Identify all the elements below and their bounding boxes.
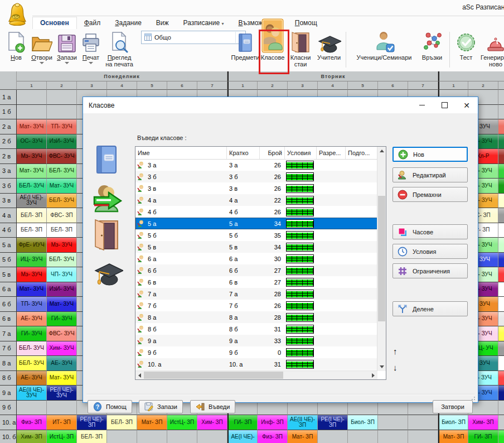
timetable-cell[interactable]: [408, 430, 438, 443]
timetable-cell[interactable]: АЕ(II ЧЕ)- ЗП: [288, 415, 318, 430]
menu-tab-4[interactable]: Виж: [149, 17, 176, 29]
timetable-row-label[interactable]: 6 б: [0, 297, 17, 312]
timetable-cell[interactable]: Хим- ЗП: [197, 415, 227, 430]
rail-teachers-cap-icon[interactable]: [92, 259, 121, 290]
timetable-cell[interactable]: Мз- ЗУЧ: [47, 238, 77, 253]
save-file-button[interactable]: Запази: [55, 31, 79, 64]
timetable-cell[interactable]: Биол- ЗП: [348, 415, 378, 430]
close-button[interactable]: ✕: [455, 97, 478, 113]
lessons-button[interactable]: Часове: [392, 224, 468, 239]
class-row-3-в[interactable]: 3 в3 в26: [135, 182, 377, 194]
column-header-5[interactable]: Разре...: [317, 147, 346, 159]
timetable-cell[interactable]: Физ- ЗП: [17, 415, 47, 430]
timetable-cell[interactable]: ИЦ- ЗУЧ: [17, 253, 47, 268]
edit-class-button[interactable]: Редактирай: [392, 167, 468, 182]
timetable-cell[interactable]: ИстЦ- ЗП: [167, 415, 197, 430]
class-row-4-б[interactable]: 4 б4 б26: [135, 206, 377, 218]
timetable-cell[interactable]: ГИ- ЗУЧ: [47, 312, 77, 327]
view-combobox[interactable]: Общо: [141, 31, 246, 44]
timetable-cell[interactable]: РЕ(I ЧЕ)- ЗП: [318, 415, 348, 430]
timetable-cell[interactable]: [107, 430, 137, 443]
class-row-6-б[interactable]: 6 б6 б27: [135, 264, 377, 276]
timetable-row-label[interactable]: 3 а: [0, 164, 17, 179]
menu-tab-7[interactable]: Помощ: [288, 17, 324, 29]
timetable-cell[interactable]: [348, 430, 378, 443]
print-preview-button[interactable]: Преглед на печата: [104, 31, 135, 68]
subjects-button[interactable]: Предмети: [231, 31, 260, 61]
timetable-cell[interactable]: Хим- ЗУЧ: [47, 341, 77, 357]
timetable-cell[interactable]: АЕ- ЗУЧ: [17, 371, 47, 386]
maximize-button[interactable]: [433, 97, 455, 113]
timetable-cell[interactable]: Б: [498, 238, 504, 253]
timetable-cell[interactable]: Р: [498, 267, 504, 282]
menu-tab-1[interactable]: Основен: [32, 17, 77, 29]
timetable-cell[interactable]: А З: [498, 341, 504, 357]
timetable-cell[interactable]: Мат- ЗП: [137, 415, 167, 430]
timetable-row-label[interactable]: 5 а: [0, 238, 17, 253]
rail-classrooms-door-icon[interactable]: [92, 219, 121, 253]
timetable-row-label[interactable]: 1 а: [0, 90, 17, 105]
class-row-5-а[interactable]: 5 а5 а34: [135, 218, 377, 229]
timetable-row-label[interactable]: 6 а: [0, 282, 17, 297]
column-header-3[interactable]: Брой: [260, 147, 285, 159]
timetable-row-label[interactable]: 5 в: [0, 267, 17, 282]
timetable-cell[interactable]: АЕ- ЗУЧ: [17, 312, 47, 327]
minimize-button[interactable]: [411, 97, 433, 113]
timetable-cell[interactable]: Б: [498, 134, 504, 150]
timetable-row-label[interactable]: 1 б: [0, 105, 17, 120]
move-down-arrow[interactable]: ↓: [393, 363, 398, 372]
timetable-row-label[interactable]: 5 б: [0, 253, 17, 268]
test-button[interactable]: Тест: [454, 31, 478, 61]
timetable-cell[interactable]: БЕЛ- ЗП: [107, 415, 137, 430]
generate-new-button[interactable]: Генерирай ново: [478, 31, 504, 68]
class-row-5-в[interactable]: 5 в5 в34: [135, 241, 377, 253]
timetable-cell[interactable]: Д: [498, 179, 504, 194]
timetable-cell[interactable]: Б: [498, 149, 504, 164]
timetable-row-label[interactable]: 8 а: [0, 356, 17, 371]
timetable-cell[interactable]: [498, 105, 504, 120]
timetable-cell[interactable]: ФрЕ- ИУЧ: [17, 238, 47, 253]
timetable-row-label[interactable]: 8 б: [0, 371, 17, 386]
timetable-cell[interactable]: М: [498, 253, 504, 268]
timetable-cell[interactable]: БЕЛ- ЗУЧ: [47, 194, 77, 209]
timetable-cell[interactable]: Биол- ЗП: [438, 415, 468, 430]
timetable-cell[interactable]: Мат- ЗП: [288, 430, 318, 443]
open-file-button[interactable]: Отвори: [29, 31, 55, 64]
timetable-cell[interactable]: ФВС- ЗУЧ: [47, 326, 77, 341]
class-row-7-а[interactable]: 7 а7 а28: [135, 288, 377, 300]
timetable-cell[interactable]: АЕ(I ЧЕ)- ЗУЧ: [17, 194, 47, 209]
timetable-cell[interactable]: Б: [498, 119, 504, 134]
timetable-cell[interactable]: ИзИ- ЗУЧ: [47, 282, 77, 297]
classrooms-button[interactable]: Класни стаи: [286, 31, 315, 68]
class-row-6-в[interactable]: 6 в6 в27: [135, 276, 377, 288]
save-dropdown-arrow-icon[interactable]: [65, 62, 69, 64]
timetable-cell[interactable]: РЕ(I ЧЕ)- ЗП: [77, 415, 107, 430]
timetable-cell[interactable]: [498, 90, 504, 105]
timetable-cell[interactable]: М: [498, 371, 504, 386]
timetable-cell[interactable]: ТП- ЗУЧ: [17, 297, 47, 312]
timetable-cell[interactable]: Инф- ЗП: [258, 415, 288, 430]
class-row-9-а[interactable]: 9 а9 а33: [135, 335, 377, 346]
relations-button[interactable]: Връзки: [418, 31, 446, 61]
timetable-cell[interactable]: ИстЦ- ЗП: [47, 430, 77, 443]
column-header-6[interactable]: Подго...: [346, 147, 377, 159]
timetable-cell[interactable]: ГИ- ЗП: [468, 430, 498, 443]
rail-classes-export-icon[interactable]: [92, 182, 121, 217]
timetable-cell[interactable]: Р: [498, 386, 504, 401]
rail-subjects-book-icon[interactable]: [92, 145, 121, 177]
timetable-cell[interactable]: ИТ- ЗП: [47, 415, 77, 430]
timetable-cell[interactable]: ГИ- ЗП: [227, 415, 258, 430]
timetable-cell[interactable]: [17, 401, 47, 416]
timetable-cell[interactable]: БЕЛ- ЗП: [77, 430, 107, 443]
save-button[interactable]: Запази: [139, 400, 183, 413]
timetable-cell[interactable]: [197, 430, 227, 443]
column-header-2[interactable]: Кратко: [227, 147, 260, 159]
scroll-right-button[interactable]: [369, 371, 377, 379]
timetable-row-label[interactable]: 9 б: [0, 401, 17, 416]
remove-class-button[interactable]: Премахни: [392, 187, 468, 202]
timetable-row-label[interactable]: 7 б: [0, 341, 17, 357]
timetable-cell[interactable]: [378, 430, 408, 443]
class-row-3-а[interactable]: 3 а3 а26: [135, 159, 377, 171]
timetable-row-label[interactable]: 3 б: [0, 179, 17, 194]
timetable-cell[interactable]: ФВС- ЗУЧ: [47, 149, 77, 164]
